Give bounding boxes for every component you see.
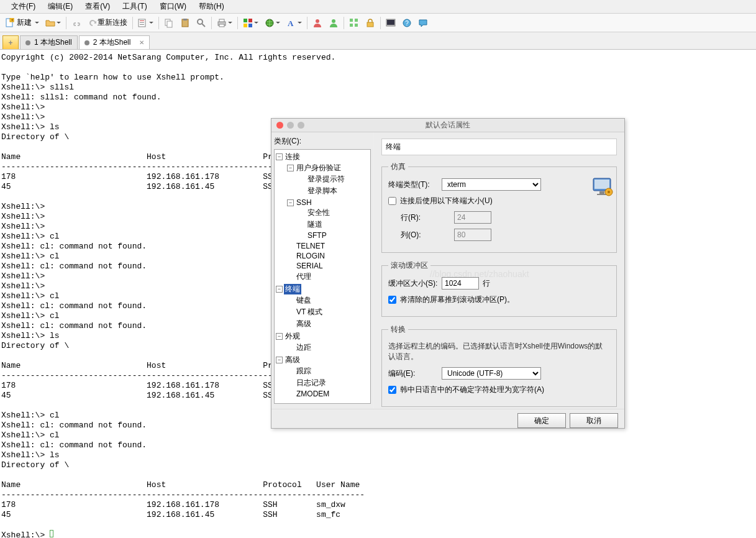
menu-tools[interactable]: 工具(T) [116, 0, 153, 13]
tab-label: 2 本地Shell [93, 37, 131, 48]
lock-icon [365, 18, 375, 28]
tab-2[interactable]: 2 本地Shell✕ [79, 35, 150, 49]
use-size-checkbox[interactable] [388, 197, 396, 205]
tree-adv-group[interactable]: −高级 [276, 355, 369, 365]
properties-icon [138, 18, 148, 28]
toolbar-new[interactable]: ★ 新建 [2, 16, 42, 30]
toolbar-link[interactable] [69, 16, 84, 30]
toolbar: ★ 新建 重新连接 A ? [0, 14, 756, 32]
session-status-icon [84, 40, 89, 45]
tree-trace[interactable]: 跟踪 [287, 365, 369, 377]
zoom-dot-icon[interactable] [298, 122, 304, 129]
tree-appearance[interactable]: −外观 [276, 331, 369, 342]
push-scroll-checkbox[interactable] [388, 296, 396, 304]
menu-help[interactable]: 帮助(H) [193, 0, 230, 13]
tree-connection[interactable]: −连接 [276, 152, 369, 162]
tree-ssh[interactable]: −SSH [287, 198, 369, 207]
svg-rect-24 [350, 19, 353, 22]
svg-point-22 [316, 19, 319, 23]
tree-log[interactable]: 日志记录 [287, 377, 369, 389]
tree-vtmode[interactable]: VT 模式 [287, 306, 369, 318]
session-properties-dialog: 默认会话属性 类别(C): −连接 −用户身份验证 登录提示符 登录脚本 [271, 118, 625, 429]
menu-file[interactable]: 文件(F) [5, 0, 42, 13]
cols-label: 列(O): [401, 230, 450, 240]
encoding-label: 编码(E): [388, 368, 438, 379]
toolbar-paste[interactable] [178, 16, 193, 30]
tree-login-prompt[interactable]: 登录提示符 [298, 173, 369, 185]
svg-rect-4 [140, 21, 144, 21]
new-tab-button[interactable]: + [2, 35, 19, 49]
window-controls [276, 122, 304, 129]
encoding-select[interactable]: Unicode (UTF-8) [442, 367, 541, 380]
svg-rect-15 [219, 24, 224, 27]
toolbar-reconnect[interactable]: 重新连接 [85, 16, 130, 30]
svg-rect-30 [387, 20, 394, 25]
user-red-icon [312, 18, 322, 28]
svg-rect-19 [248, 24, 252, 27]
cjk-wide-checkbox[interactable] [388, 386, 396, 394]
svg-rect-18 [244, 24, 247, 27]
toolbar-chat[interactable] [416, 16, 430, 30]
tab-close-button[interactable]: ✕ [139, 39, 144, 46]
toolbar-term[interactable] [383, 16, 398, 30]
tab-label: 1 本地Shell [34, 37, 72, 48]
cancel-button[interactable]: 取消 [570, 413, 618, 428]
svg-point-38 [608, 191, 610, 193]
tree-sftp[interactable]: SFTP [298, 230, 369, 240]
toolbar-font[interactable]: A [284, 16, 304, 30]
toolbar-open[interactable] [43, 16, 63, 30]
toolbar-globe[interactable] [262, 16, 283, 30]
toolbar-color1[interactable] [240, 16, 261, 30]
svg-point-23 [332, 19, 335, 23]
svg-rect-17 [248, 19, 252, 22]
tree-telnet[interactable]: TELNET [287, 241, 369, 251]
tree-rlogin[interactable]: RLOGIN [287, 251, 369, 261]
menu-edit[interactable]: 编辑(E) [42, 0, 79, 13]
tree-tunnel[interactable]: 隧道 [298, 219, 369, 230]
tree-advanced[interactable]: 高级 [287, 318, 369, 330]
tree-serial[interactable]: SERIAL [287, 261, 369, 271]
toolbar-print[interactable] [214, 16, 235, 30]
buffer-size-input[interactable] [442, 277, 479, 290]
monitor-icon [591, 176, 614, 198]
dialog-titlebar[interactable]: 默认会话属性 [271, 119, 624, 132]
svg-rect-8 [167, 21, 172, 27]
close-dot-icon[interactable] [276, 122, 283, 129]
search-icon [196, 18, 206, 28]
toolbar-lock[interactable] [363, 16, 378, 30]
svg-rect-14 [219, 19, 224, 22]
refresh-icon [88, 18, 98, 28]
toolbar-find[interactable] [194, 16, 209, 30]
link-icon [71, 18, 81, 28]
category-tree[interactable]: −连接 −用户身份验证 登录提示符 登录脚本 −SSH 安全性 [274, 149, 371, 404]
tab-1[interactable]: 1 本地Shell [20, 35, 78, 49]
menu-view[interactable]: 查看(V) [79, 0, 116, 13]
copy-icon [164, 18, 174, 28]
tree-margin[interactable]: 边距 [287, 342, 369, 353]
tree-security[interactable]: 安全性 [298, 207, 369, 219]
toolbar-s2[interactable] [326, 16, 341, 30]
category-label: 类别(C): [274, 136, 371, 147]
toolbar-props[interactable] [135, 16, 156, 30]
svg-rect-25 [355, 19, 358, 22]
toolbar-s1[interactable] [310, 16, 325, 30]
tree-login-script[interactable]: 登录脚本 [298, 185, 369, 197]
tree-terminal[interactable]: −终端 [276, 284, 369, 294]
tree-keyboard[interactable]: 键盘 [287, 294, 369, 306]
svg-rect-16 [244, 19, 247, 22]
cjk-wide-label: 韩中日语言中的不确定字符处理为宽字符(A) [400, 385, 544, 395]
encoding-note: 选择远程主机的编码。已选择默认语言时Xshell使用Windows的默认语言。 [388, 341, 610, 362]
tree-proxy[interactable]: 代理 [287, 271, 369, 283]
tree-auth[interactable]: −用户身份验证 [287, 163, 369, 173]
ok-button[interactable]: 确定 [517, 413, 566, 428]
svg-text:?: ? [405, 20, 409, 27]
cols-input [454, 229, 491, 241]
menu-window[interactable]: 窗口(W) [153, 0, 193, 13]
svg-rect-10 [183, 19, 187, 21]
tree-zmodem[interactable]: ZMODEM [287, 389, 369, 399]
minimize-dot-icon[interactable] [287, 122, 294, 129]
term-type-select[interactable]: xterm [442, 178, 541, 191]
toolbar-help[interactable]: ? [399, 16, 414, 30]
toolbar-copy[interactable] [162, 16, 176, 30]
toolbar-grid[interactable] [347, 16, 362, 30]
